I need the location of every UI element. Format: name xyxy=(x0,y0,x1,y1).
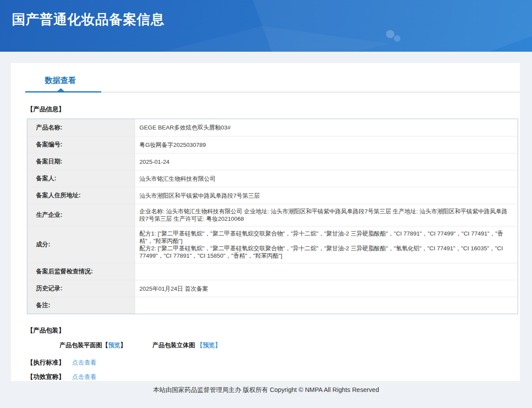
table-row: 产品名称: GEGE BEAR多效炫色双头唇釉03# xyxy=(27,119,518,136)
content-card: 数据查看 【产品信息】 产品名称: GEGE BEAR多效炫色双头唇釉03# 备… xyxy=(11,63,520,381)
tab-underline xyxy=(11,91,520,93)
row-label: 备案人住所地址: xyxy=(27,187,135,204)
table-row: 生产企业: 企业名称: 汕头市铭汇生物科技有限公司 企业地址: 汕头市潮阳区和平… xyxy=(27,204,518,226)
flat-preview-link[interactable]: 预览 xyxy=(108,342,120,348)
table-row: 备案后监督检查情况: xyxy=(27,263,518,280)
formula-2-line: 配方2: ["聚二甲基硅氧烷"，"聚二甲基硅氧烷交联聚合物"，"异十二烷"，"聚… xyxy=(139,245,512,259)
header-decoration-circle xyxy=(394,35,400,42)
table-row: 备注: xyxy=(27,297,518,314)
tab-data-view[interactable]: 数据查看 xyxy=(45,75,76,86)
view-standard-link[interactable]: 点击查看 xyxy=(72,359,96,366)
row-label: 成分: xyxy=(27,226,135,263)
table-row: 备案人住所地址: 汕头市潮阳区和平镇紫中路凤皋路段7号第三层 xyxy=(27,187,518,204)
row-value xyxy=(135,263,518,280)
bracket-close: 】 xyxy=(120,342,126,348)
table-row: 备案编号: 粤G妆网备字2025030789 xyxy=(27,136,518,153)
tab-active-triangle-icon xyxy=(57,88,64,91)
section-title-product-info: 【产品信息】 xyxy=(27,105,520,113)
bracket-open: 【 xyxy=(102,342,108,348)
view-efficacy-link[interactable]: 点击查看 xyxy=(72,373,96,380)
row-value: GEGE BEAR多效炫色双头唇釉03# xyxy=(135,119,518,136)
row-value: 粤G妆网备字2025030789 xyxy=(135,136,518,153)
page-title: 国产普通化妆品备案信息 xyxy=(12,10,165,29)
row-value: 2025年01月24日 首次备案 xyxy=(135,280,518,297)
table-row: 备案日期: 2025-01-24 xyxy=(27,153,518,170)
row-label: 生产企业: xyxy=(27,204,135,226)
row-value: 汕头市铭汇生物科技有限公司 xyxy=(135,170,518,187)
table-row: 备案人: 汕头市铭汇生物科技有限公司 xyxy=(27,170,518,187)
row-label: 备案编号: xyxy=(27,136,135,153)
section-title-efficacy: 【功效宣称】 xyxy=(27,373,65,380)
efficacy-row: 【功效宣称】 点击查看 xyxy=(27,373,520,381)
content-area: 数据查看 【产品信息】 产品名称: GEGE BEAR多效炫色双头唇釉03# 备… xyxy=(0,52,532,381)
tab-bar: 数据查看 xyxy=(11,63,520,93)
row-value: 配方1: ["聚二甲基硅氧烷"，"聚二甲基硅氧烷交联聚合物"，"异十二烷"，"聚… xyxy=(135,226,518,263)
row-value: 企业名称: 汕头市铭汇生物科技有限公司 企业地址: 汕头市潮阳区和平镇紫中路凤皋… xyxy=(135,204,518,226)
packaging-stereo-item: 产品包装立体图 【预览】 xyxy=(152,342,221,348)
page-footer: 本站由国家药品监督管理局主办 版权所有 Copyright © NMPA All… xyxy=(0,381,532,394)
row-label: 备案后监督检查情况: xyxy=(27,263,135,280)
packaging-stereo-label: 产品包装立体图 xyxy=(152,342,197,348)
standard-row: 【执行标准】 点击查看 xyxy=(27,358,520,367)
tab-divider-line xyxy=(101,92,520,93)
row-label: 备案人: xyxy=(27,170,135,187)
row-value: 汕头市潮阳区和平镇紫中路凤皋路段7号第三层 xyxy=(135,187,518,204)
row-label: 备注: xyxy=(27,297,135,314)
row-value xyxy=(135,297,518,314)
packaging-flat-label: 产品包装平面图 xyxy=(59,342,102,348)
row-value: 2025-01-24 xyxy=(135,153,518,170)
header-decoration-circle xyxy=(386,30,394,38)
page-header: 国产普通化妆品备案信息 xyxy=(0,0,532,52)
row-label: 产品名称: xyxy=(27,119,135,136)
row-label: 备案日期: xyxy=(27,153,135,170)
table-row: 成分: 配方1: ["聚二甲基硅氧烷"，"聚二甲基硅氧烷交联聚合物"，"异十二烷… xyxy=(27,226,518,263)
stereo-preview-link[interactable]: 【预览】 xyxy=(197,342,221,348)
section-title-standard: 【执行标准】 xyxy=(27,359,65,366)
formula-1-line: 配方1: ["聚二甲基硅氧烷"，"聚二甲基硅氧烷交联聚合物"，"异十二烷"，"聚… xyxy=(139,230,512,245)
row-label: 历史记录: xyxy=(27,280,135,297)
section-title-packaging: 【产品包装】 xyxy=(27,326,520,335)
packaging-links-row: 产品包装平面图【预览】 产品包装立体图 【预览】 xyxy=(59,342,520,349)
footer-copyright-text: 本站由国家药品监督管理局主办 版权所有 Copyright © NMPA All… xyxy=(153,386,379,393)
table-row: 历史记录: 2025年01月24日 首次备案 xyxy=(27,280,518,297)
product-info-table: 产品名称: GEGE BEAR多效炫色双头唇釉03# 备案编号: 粤G妆网备字2… xyxy=(27,119,518,314)
packaging-flat-item: 产品包装平面图【预览】 xyxy=(59,342,126,348)
tab-active-indicator xyxy=(25,91,101,93)
